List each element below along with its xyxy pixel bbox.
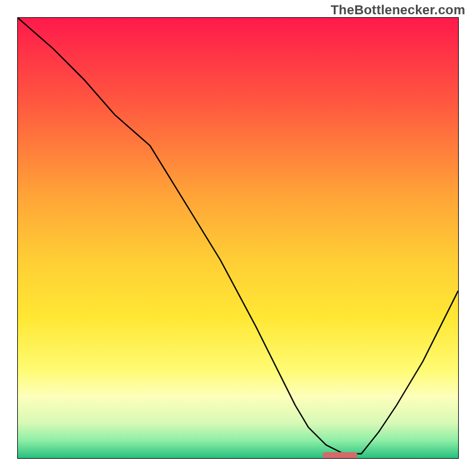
- chart-frame: [17, 17, 459, 459]
- gradient-background: [18, 18, 458, 458]
- watermark-text: TheBottlenecker.com: [331, 2, 465, 18]
- optimal-zone-marker: [322, 452, 358, 458]
- chart-plot: [18, 18, 458, 458]
